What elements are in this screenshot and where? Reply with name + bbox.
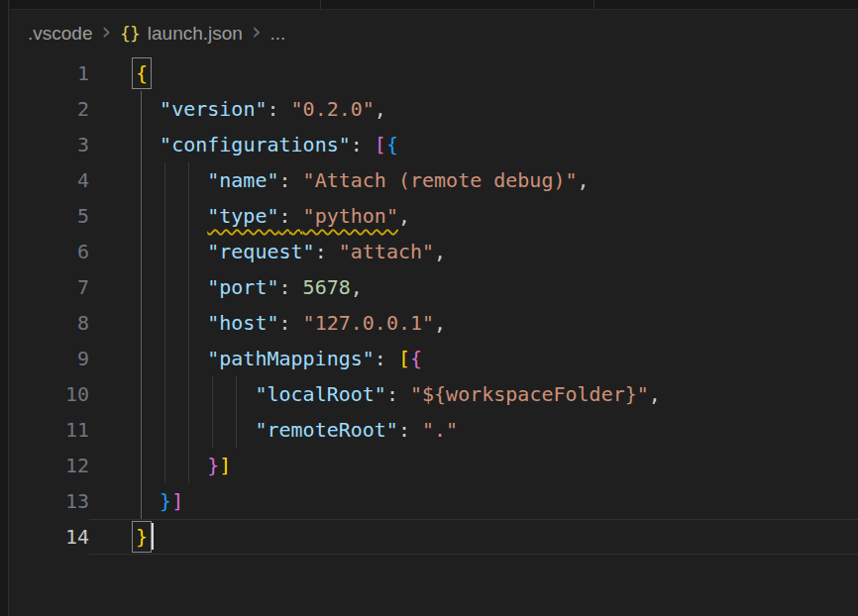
code-token: :	[279, 204, 303, 228]
line-content[interactable]: }	[136, 519, 858, 555]
code-token: "python"	[303, 204, 398, 228]
code-token: "localRoot"	[255, 382, 385, 406]
code-token: "name"	[207, 168, 278, 192]
code-token: "attach"	[339, 240, 434, 263]
code-line-6[interactable]: 6 "request": "attach",	[10, 234, 858, 269]
code-token: 5678	[303, 275, 351, 299]
line-content[interactable]: "configurations": [{	[136, 127, 858, 162]
code-line-13[interactable]: 13 }]	[10, 483, 858, 519]
line-number-3[interactable]: 3	[10, 133, 89, 156]
code-token: ]	[171, 489, 183, 513]
code-token: "request"	[207, 240, 314, 263]
vscode-editor-window: .vscode›{}launch.json›... 1{2 "version":…	[0, 0, 858, 616]
line-content[interactable]: "version": "0.2.0",	[136, 91, 858, 127]
line-number-7[interactable]: 7	[10, 275, 89, 299]
code-token: "type"	[207, 204, 278, 228]
code-token: "version"	[160, 97, 267, 121]
code-token: "0.2.0"	[291, 97, 375, 121]
code-token	[136, 168, 207, 192]
line-content[interactable]: }]	[136, 483, 858, 519]
line-content[interactable]: "type": "python",	[136, 198, 858, 234]
matched-bracket: {	[136, 61, 148, 85]
code-token	[136, 133, 160, 156]
code-token: "127.0.0.1"	[303, 311, 434, 335]
line-number-12[interactable]: 12	[10, 454, 89, 477]
code-token	[136, 382, 255, 406]
line-number-5[interactable]: 5	[10, 204, 89, 228]
code-token: :	[398, 418, 422, 442]
code-token: }	[160, 489, 171, 513]
code-token	[136, 275, 207, 299]
line-content[interactable]: "port": 5678,	[136, 269, 858, 305]
code-token	[136, 311, 207, 335]
code-token: {	[386, 133, 398, 156]
code-line-8[interactable]: 8 "host": "127.0.0.1",	[10, 305, 858, 341]
code-token: "pathMappings"	[207, 347, 375, 370]
line-content[interactable]: }]	[136, 448, 858, 483]
line-content[interactable]: "name": "Attach (remote debug)",	[136, 162, 858, 198]
breadcrumb-label: .vscode	[28, 23, 92, 45]
code-token: "host"	[207, 311, 278, 335]
code-line-1[interactable]: 1{	[10, 55, 858, 91]
code-token	[136, 489, 160, 513]
line-number-2[interactable]: 2	[10, 97, 89, 121]
code-token: :	[279, 311, 303, 335]
line-number-6[interactable]: 6	[10, 240, 89, 263]
code-line-3[interactable]: 3 "configurations": [{	[10, 127, 858, 162]
tab-separator	[593, 0, 594, 9]
breadcrumb-item--[interactable]: ...	[270, 23, 286, 45]
code-line-10[interactable]: 10 "localRoot": "${workspaceFolder}",	[10, 376, 858, 412]
line-content[interactable]: "localRoot": "${workspaceFolder}",	[136, 376, 858, 412]
code-token: ,	[649, 382, 661, 406]
code-token: :	[279, 275, 303, 299]
code-token: :	[375, 347, 398, 370]
code-token: {	[410, 347, 422, 370]
code-line-12[interactable]: 12 }]	[10, 448, 858, 483]
code-token: ,	[351, 275, 363, 299]
code-token: "port"	[207, 275, 278, 299]
code-token: ,	[434, 311, 446, 335]
code-token: "."	[422, 418, 458, 442]
code-token	[136, 240, 207, 263]
line-content[interactable]: "pathMappings": [{	[136, 341, 858, 376]
code-area[interactable]: 1{2 "version": "0.2.0",3 "configurations…	[10, 55, 858, 555]
line-number-1[interactable]: 1	[10, 61, 89, 85]
code-token	[136, 97, 160, 121]
matched-bracket: }	[136, 525, 148, 549]
code-line-4[interactable]: 4 "name": "Attach (remote debug)",	[10, 162, 858, 198]
code-token: [	[375, 133, 386, 156]
line-number-4[interactable]: 4	[10, 168, 89, 192]
code-line-7[interactable]: 7 "port": 5678,	[10, 269, 858, 305]
code-token: :	[267, 97, 290, 121]
breadcrumb-label: launch.json	[148, 23, 243, 45]
line-number-14[interactable]: 14	[10, 525, 89, 549]
line-content[interactable]: "remoteRoot": "."	[136, 412, 858, 448]
line-content[interactable]: "host": "127.0.0.1",	[136, 305, 858, 341]
breadcrumb-item-launch-json[interactable]: {}launch.json	[120, 23, 243, 45]
breadcrumb: .vscode›{}launch.json›...	[10, 11, 858, 55]
line-content[interactable]: "request": "attach",	[136, 234, 858, 269]
breadcrumb-item--vscode[interactable]: .vscode	[28, 23, 92, 45]
code-token	[136, 418, 255, 442]
code-token: :	[315, 240, 339, 263]
code-token: ]	[219, 454, 231, 477]
code-line-5[interactable]: 5 "type": "python",	[10, 198, 858, 234]
json-braces-icon: {}	[120, 23, 140, 44]
line-number-13[interactable]: 13	[10, 489, 89, 513]
line-number-8[interactable]: 8	[10, 311, 89, 335]
code-token	[136, 204, 207, 228]
tab-separator	[320, 0, 321, 9]
code-line-14[interactable]: 14}	[10, 519, 858, 555]
code-line-2[interactable]: 2 "version": "0.2.0",	[10, 91, 858, 127]
code-line-9[interactable]: 9 "pathMappings": [{	[10, 341, 858, 376]
line-number-9[interactable]: 9	[10, 347, 89, 370]
line-content[interactable]: {	[136, 55, 858, 91]
warning-squiggle: "type": "python"	[207, 204, 398, 228]
breadcrumb-label: ...	[270, 23, 286, 45]
code-line-11[interactable]: 11 "remoteRoot": "."	[10, 412, 858, 448]
line-number-11[interactable]: 11	[10, 418, 89, 442]
line-number-10[interactable]: 10	[10, 382, 89, 406]
code-token: }	[207, 454, 219, 477]
editor-pane: .vscode›{}launch.json›... 1{2 "version":…	[10, 11, 858, 616]
code-token: ,	[434, 240, 446, 263]
